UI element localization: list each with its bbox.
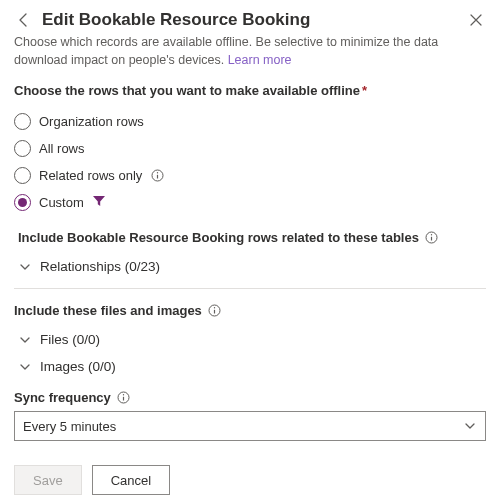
files-expander[interactable]: Files (0/0): [14, 326, 486, 353]
relationships-expander[interactable]: Relationships (0/23): [14, 253, 486, 280]
radio-custom[interactable]: Custom: [14, 189, 486, 216]
info-icon[interactable]: [425, 231, 439, 245]
learn-more-link[interactable]: Learn more: [228, 53, 292, 67]
chevron-down-icon: [18, 333, 32, 347]
svg-point-8: [214, 307, 215, 308]
radio-all-rows[interactable]: All rows: [14, 135, 486, 162]
radio-label: Organization rows: [39, 114, 144, 129]
filter-icon[interactable]: [92, 194, 106, 211]
subtitle-text: Choose which records are available offli…: [14, 35, 438, 67]
rows-section-label: Choose the rows that you want to make av…: [14, 83, 486, 98]
radio-label: Related rows only: [39, 168, 142, 183]
sync-frequency-label: Sync frequency: [14, 390, 486, 405]
sync-frequency-select[interactable]: Every 5 minutes: [14, 411, 486, 441]
relationships-label: Relationships (0/23): [40, 259, 160, 274]
save-button: Save: [14, 465, 82, 495]
back-icon[interactable]: [14, 10, 34, 30]
files-images-label: Include these files and images: [14, 303, 486, 318]
dialog-subtitle: Choose which records are available offli…: [14, 34, 486, 69]
radio-organization-rows[interactable]: Organization rows: [14, 108, 486, 135]
related-tables-label: Include Bookable Resource Booking rows r…: [14, 230, 486, 245]
radio-label: Custom: [39, 195, 84, 210]
svg-point-5: [431, 234, 432, 235]
radio-related-rows-only[interactable]: Related rows only: [14, 162, 486, 189]
close-icon[interactable]: [466, 10, 486, 30]
radio-icon: [14, 194, 31, 211]
svg-point-2: [157, 172, 158, 173]
info-icon[interactable]: [150, 169, 164, 183]
required-asterisk: *: [362, 83, 367, 98]
radio-icon: [14, 140, 31, 157]
cancel-button[interactable]: Cancel: [92, 465, 170, 495]
divider: [14, 288, 486, 289]
svg-point-11: [123, 394, 124, 395]
chevron-down-icon: [18, 360, 32, 374]
images-expander[interactable]: Images (0/0): [14, 353, 486, 380]
radio-label: All rows: [39, 141, 85, 156]
rows-radio-group: Organization rows All rows Related rows …: [14, 108, 486, 216]
chevron-down-icon: [463, 419, 477, 433]
info-icon[interactable]: [208, 304, 222, 318]
radio-icon: [14, 113, 31, 130]
info-icon[interactable]: [117, 391, 131, 405]
radio-icon: [14, 167, 31, 184]
dialog-title: Edit Bookable Resource Booking: [42, 10, 458, 30]
select-value: Every 5 minutes: [23, 419, 116, 434]
chevron-down-icon: [18, 260, 32, 274]
files-label: Files (0/0): [40, 332, 100, 347]
images-label: Images (0/0): [40, 359, 116, 374]
